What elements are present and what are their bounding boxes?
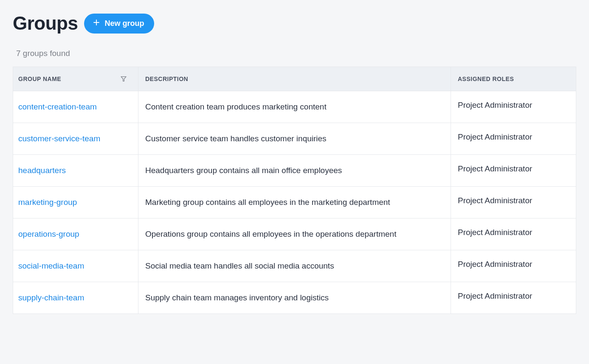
col-header-description[interactable]: DESCRIPTION [138, 67, 451, 91]
new-group-button[interactable]: New group [84, 14, 154, 34]
group-description: Headquarters group contains all main off… [138, 155, 451, 187]
new-group-label: New group [104, 19, 144, 28]
group-description: Social media team handles all social med… [138, 250, 451, 282]
group-roles: Project Administrator [451, 91, 576, 123]
group-roles: Project Administrator [451, 282, 576, 314]
group-link[interactable]: content-creation-team [18, 102, 97, 111]
page-title: Groups [13, 13, 78, 34]
group-roles: Project Administrator [451, 123, 576, 155]
group-description: Operations group contains all employees … [138, 218, 451, 250]
group-description: Supply chain team manages inventory and … [138, 282, 451, 314]
svg-marker-2 [121, 77, 126, 81]
groups-count: 7 groups found [16, 49, 576, 58]
group-link[interactable]: customer-service-team [18, 134, 100, 143]
table-row: marketing-group Marketing group contains… [13, 187, 576, 218]
group-roles: Project Administrator [451, 155, 576, 187]
group-link[interactable]: supply-chain-team [18, 293, 84, 302]
table-row: operations-group Operations group contai… [13, 218, 576, 250]
group-link[interactable]: headquarters [18, 166, 66, 175]
table-row: supply-chain-team Supply chain team mana… [13, 282, 576, 314]
col-header-roles[interactable]: ASSIGNED ROLES [451, 67, 576, 91]
group-roles: Project Administrator [451, 187, 576, 218]
group-link[interactable]: operations-group [18, 230, 79, 238]
group-link[interactable]: social-media-team [18, 261, 84, 270]
table-row: headquarters Headquarters group contains… [13, 155, 576, 187]
group-roles: Project Administrator [451, 218, 576, 250]
group-link[interactable]: marketing-group [18, 198, 77, 207]
table-row: customer-service-team Customer service t… [13, 123, 576, 155]
table-row: content-creation-team Content creation t… [13, 91, 576, 123]
group-description: Content creation team produces marketing… [138, 91, 451, 123]
col-header-name[interactable]: GROUP NAME [13, 67, 138, 91]
filter-icon[interactable] [120, 76, 127, 82]
table-row: social-media-team Social media team hand… [13, 250, 576, 282]
group-roles: Project Administrator [451, 250, 576, 282]
col-header-name-label: GROUP NAME [18, 76, 61, 82]
plus-icon [93, 19, 100, 28]
group-description: Marketing group contains all employees i… [138, 187, 451, 218]
groups-table: GROUP NAME DESCRIPTION ASSIGNED ROLES co… [13, 67, 576, 314]
group-description: Customer service team handles customer i… [138, 123, 451, 155]
